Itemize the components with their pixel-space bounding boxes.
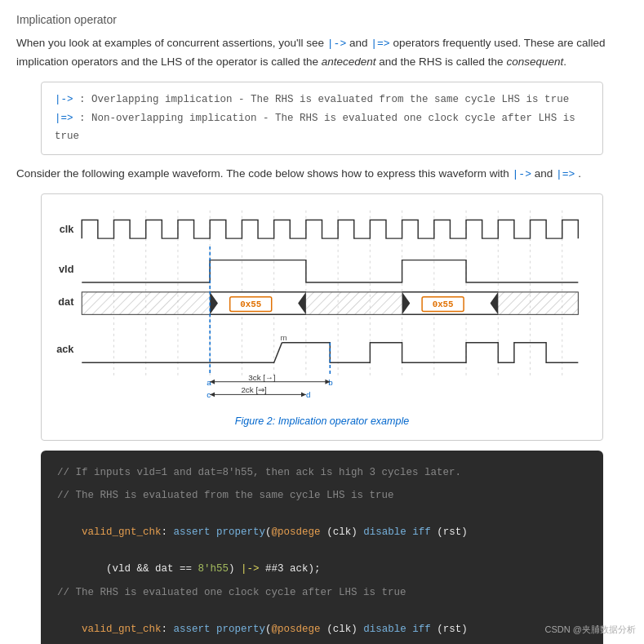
op2-inline: |=>	[371, 38, 389, 50]
para1-text1: When you look at examples of concurrent …	[16, 37, 324, 49]
watermark: CSDN @夹脯数据分析	[545, 624, 636, 636]
code-line-body1: (vld && dat == 8'h55) |-> ##3 ack);	[57, 560, 587, 579]
op1-inline: |->	[327, 38, 346, 50]
para2-op1: |->	[513, 168, 531, 180]
code-label2: valid_gnt_chk	[82, 624, 162, 635]
svg-text:ack: ack	[56, 343, 74, 355]
para1-period: .	[563, 56, 566, 68]
waveform-svg: clk vld dat ack	[50, 202, 594, 411]
code-line-comment1: // If inputs vld=1 and dat=8'h55, then a…	[57, 464, 587, 482]
infobox-line1: |-> : Overlapping implication - The RHS …	[55, 91, 589, 109]
info-box: |-> : Overlapping implication - The RHS …	[41, 82, 603, 155]
para2-period: .	[575, 167, 581, 180]
infobox-text2: : Non-overlapping implication - The RHS …	[55, 113, 575, 143]
infobox-op2: |=>	[55, 113, 73, 124]
code-line-comment2: // The RHS is evaluated from the same cy…	[57, 486, 587, 505]
infobox-text1: : Overlapping implication - The RHS is e…	[79, 94, 569, 105]
infobox-op1: |->	[55, 94, 73, 105]
code-line-assert1: valid_gnt_chk: assert property(@posdege …	[57, 505, 587, 561]
svg-text:m: m	[280, 332, 286, 341]
waveform-container: clk vld dat ack	[41, 193, 603, 441]
para2-and: and	[531, 167, 556, 180]
svg-text:dat: dat	[58, 295, 74, 307]
code-label1: valid_gnt_chk	[82, 526, 162, 538]
svg-rect-21	[82, 291, 578, 313]
antecedent: antecedent	[322, 56, 376, 68]
svg-text:0x55: 0x55	[433, 300, 454, 309]
para2: Consider the following example waveform.…	[16, 165, 628, 184]
svg-text:2ck [⇒]: 2ck [⇒]	[241, 385, 267, 394]
consequent: consequent	[506, 56, 563, 68]
svg-text:d: d	[306, 390, 310, 399]
code-block: // If inputs vld=1 and dat=8'h55, then a…	[41, 451, 603, 644]
para1: When you look at examples of concurrent …	[16, 34, 628, 72]
svg-text:clk: clk	[60, 223, 75, 235]
svg-text:3ck [→]: 3ck [→]	[248, 372, 275, 381]
para1-text3: and the RHS is called the	[376, 56, 507, 68]
infobox-line2: |=> : Non-overlapping implication - The …	[55, 109, 589, 146]
para2-op2: |=>	[556, 168, 575, 180]
para1-and: and	[349, 37, 371, 49]
code-line-comment3: // The RHS is evaluated one clock cycle …	[57, 584, 587, 602]
para2-text: Consider the following example waveform.…	[16, 167, 513, 180]
svg-text:vld: vld	[59, 263, 73, 275]
section-title: Implication operator	[16, 13, 628, 26]
figure-caption: Figure 2: Implication operator example	[50, 415, 594, 427]
svg-text:0x55: 0x55	[240, 300, 261, 309]
code-line-assert2: valid_gnt_chk: assert property(@posdege …	[57, 602, 587, 644]
